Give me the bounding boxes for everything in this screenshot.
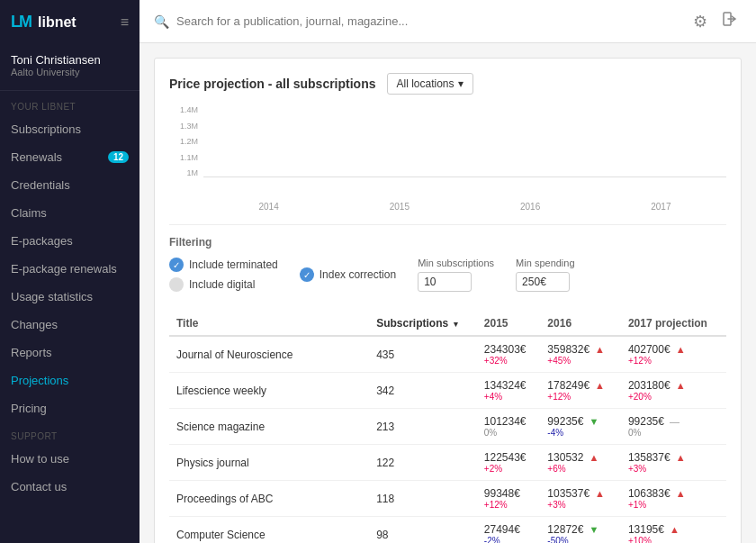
cell-subscriptions: 118 <box>369 481 477 517</box>
filter-include-digital[interactable]: Include digital <box>169 277 278 292</box>
x-axis-labels: 2014201520162017 <box>203 199 726 212</box>
search-icon: 🔍 <box>154 14 169 29</box>
cell-2015: 122543€ +2% <box>477 445 541 481</box>
sidebar-item-contact-us[interactable]: Contact us <box>0 473 140 501</box>
min-spending-label: Min spending <box>516 258 574 268</box>
locations-label: All locations <box>397 77 454 90</box>
cell-2016: 130532 ▲ +6% <box>540 445 621 481</box>
cell-2015: 99348€ +12% <box>477 481 541 517</box>
exit-icon[interactable] <box>718 7 742 35</box>
sidebar-user: Toni Christiansen Aalto University <box>0 44 140 91</box>
cell-subscriptions: 342 <box>369 373 477 409</box>
cell-2016: 99235€ ▼ -4% <box>540 409 621 445</box>
cell-2017: 99235€ — 0% <box>621 409 726 445</box>
topbar: 🔍 ⚙ <box>140 0 756 43</box>
table-row: Computer Science 98 27494€ -2% 12872€ ▼ … <box>169 517 726 544</box>
x-label: 2015 <box>334 199 464 212</box>
menu-icon[interactable]: ≡ <box>121 14 129 31</box>
min-subscriptions-label: Min subscriptions <box>418 258 494 268</box>
cell-title: Lifescience weekly <box>169 373 369 409</box>
trend-up-icon: ▲ <box>676 380 686 391</box>
sidebar-support-label: SUPPORT <box>0 422 140 445</box>
sidebar-item-subscriptions[interactable]: Subscriptions <box>0 115 140 143</box>
sidebar-item-reports[interactable]: Reports <box>0 339 140 367</box>
table-header-row: Title Subscriptions ▾ 2015 2016 2017 pro… <box>169 312 726 336</box>
min-subscriptions-input[interactable] <box>418 272 472 292</box>
content-area: Price projection - all subscriptions All… <box>140 43 756 543</box>
sidebar-item-usage-statistics[interactable]: Usage statistics <box>0 283 140 311</box>
user-org: Aalto University <box>11 67 129 77</box>
include-digital-label: Include digital <box>189 278 255 291</box>
locations-button[interactable]: All locations ▾ <box>387 73 473 95</box>
gear-icon[interactable]: ⚙ <box>689 8 711 35</box>
trend-up-icon: ▲ <box>670 524 680 535</box>
chart-title: Price projection - all subscriptions <box>169 77 376 91</box>
publications-table: Title Subscriptions ▾ 2015 2016 2017 pro… <box>169 312 726 543</box>
cell-2017: 402700€ ▲ +12% <box>621 336 726 373</box>
sidebar-item-claims[interactable]: Claims <box>0 199 140 227</box>
cell-subscriptions: 435 <box>369 336 477 373</box>
trend-up-icon: ▲ <box>589 452 598 463</box>
filter-include-terminated[interactable]: ✓ Include terminated <box>169 258 278 272</box>
cell-2016: 178249€ ▲ +12% <box>540 373 621 409</box>
search-input[interactable] <box>176 14 682 28</box>
x-label: 2017 <box>596 199 726 212</box>
cell-2017: 203180€ ▲ +20% <box>621 373 726 409</box>
trend-neutral-icon: — <box>670 416 680 427</box>
check-terminated-icon: ✓ <box>169 258 184 272</box>
trend-up-icon: ▲ <box>676 344 686 355</box>
y-label-3: 1.1M <box>180 153 198 162</box>
sidebar-item-epackages[interactable]: E-packages <box>0 227 140 255</box>
trend-up-icon: ▲ <box>595 344 605 355</box>
filter-row: ✓ Include terminated Include digital ✓ I… <box>169 258 726 292</box>
sort-arrow-icon: ▾ <box>454 320 458 329</box>
chart-area: 1.4M 1.3M 1.2M 1.1M 1M <box>169 105 726 195</box>
cell-2015: 134324€ +4% <box>477 373 541 409</box>
cell-2015: 27494€ -2% <box>477 517 541 544</box>
sidebar-item-projections[interactable]: Projections <box>0 367 140 394</box>
chart-inner <box>203 105 726 177</box>
trend-up-icon: ▲ <box>676 488 686 499</box>
filter-index-correction[interactable]: ✓ Index correction <box>300 267 396 282</box>
cell-title: Journal of Neuroscience <box>169 336 369 373</box>
cell-title: Computer Science <box>169 517 369 544</box>
trend-down-icon: ▼ <box>589 416 598 427</box>
y-axis-labels: 1.4M 1.3M 1.2M 1.1M 1M <box>169 105 202 177</box>
table-row: Lifescience weekly 342 134324€ +4% 17824… <box>169 373 726 409</box>
sidebar-logo: LM libnet ≡ <box>0 0 140 44</box>
sidebar-item-pricing[interactable]: Pricing <box>0 394 140 422</box>
sidebar-item-credentials[interactable]: Credentials <box>0 171 140 199</box>
col-2015: 2015 <box>477 312 541 336</box>
renewals-badge: 12 <box>108 151 129 163</box>
chevron-down-icon: ▾ <box>458 77 464 90</box>
cell-2015: 234303€ +32% <box>477 336 541 373</box>
col-2016: 2016 <box>540 312 621 336</box>
sidebar-item-renewals[interactable]: Renewals 12 <box>0 143 140 171</box>
sidebar-item-changes[interactable]: Changes <box>0 311 140 339</box>
y-label-1: 1.3M <box>180 122 198 131</box>
logo-icon: LM <box>11 13 31 32</box>
cell-2016: 12872€ ▼ -50% <box>540 517 621 544</box>
cell-subscriptions: 98 <box>369 517 477 544</box>
sidebar-item-epackage-renewals[interactable]: E-package renewals <box>0 255 140 283</box>
trend-up-icon: ▲ <box>676 452 686 463</box>
check-digital-icon <box>169 277 184 292</box>
trend-up-icon: ▲ <box>595 380 605 391</box>
col-subscriptions[interactable]: Subscriptions ▾ <box>369 312 477 336</box>
table-row: Journal of Neuroscience 435 234303€ +32%… <box>169 336 726 373</box>
y-label-4: 1M <box>186 168 198 177</box>
include-terminated-label: Include terminated <box>189 258 278 271</box>
y-label-0: 1.4M <box>180 105 198 114</box>
min-spending-input[interactable] <box>516 272 570 292</box>
cell-title: Proceedings of ABC <box>169 481 369 517</box>
cell-title: Science magazine <box>169 409 369 445</box>
main-card: Price projection - all subscriptions All… <box>154 58 742 543</box>
x-label: 2016 <box>465 199 596 212</box>
sidebar-item-how-to-use[interactable]: How to use <box>0 445 140 473</box>
table-row: Science magazine 213 101234€ 0% 99235€ ▼… <box>169 409 726 445</box>
cell-subscriptions: 213 <box>369 409 477 445</box>
table-wrap: Title Subscriptions ▾ 2015 2016 2017 pro… <box>169 312 726 543</box>
sidebar-section-label: YOUR LIBNET <box>0 91 140 115</box>
chart-header: Price projection - all subscriptions All… <box>169 73 726 95</box>
table-row: Physics journal 122 122543€ +2% 130532 ▲… <box>169 445 726 481</box>
